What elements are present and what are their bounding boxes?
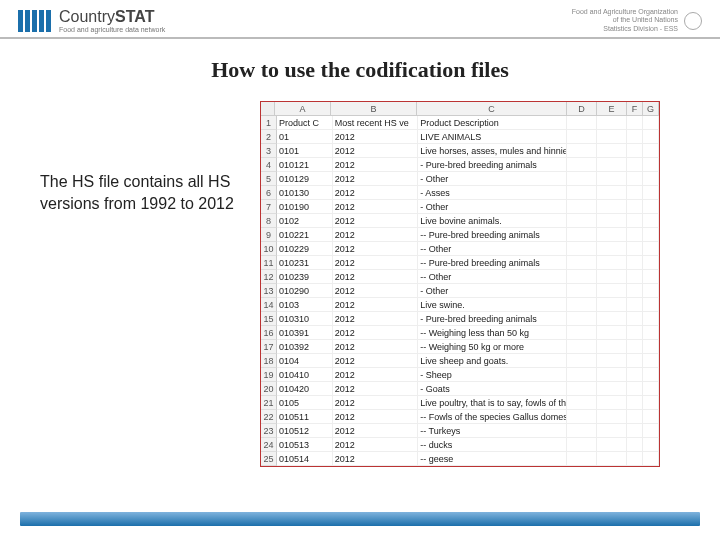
row-number: 16 <box>261 326 277 340</box>
cell <box>627 298 643 312</box>
cell: Live sheep and goats. <box>418 354 567 368</box>
cell <box>597 130 627 144</box>
cell: 0105 <box>277 396 333 410</box>
cell <box>567 158 597 172</box>
row-number: 21 <box>261 396 277 410</box>
cell <box>597 326 627 340</box>
cell: 2012 <box>333 130 419 144</box>
cell <box>567 186 597 200</box>
cell <box>597 144 627 158</box>
cell: -- geese <box>418 452 567 466</box>
cell: 2012 <box>333 368 419 382</box>
cell: Product Description <box>418 116 567 130</box>
col-header: F <box>627 102 643 116</box>
brand: CountrySTAT Food and agriculture data ne… <box>18 8 165 33</box>
cell <box>643 452 659 466</box>
cell: 010391 <box>277 326 333 340</box>
cell: 010410 <box>277 368 333 382</box>
row-number: 22 <box>261 410 277 424</box>
cell <box>627 452 643 466</box>
table-row: 130102902012- Other <box>261 284 659 298</box>
table-row: 2012012LIVE ANIMALS <box>261 130 659 144</box>
cell <box>627 172 643 186</box>
cell: 2012 <box>333 228 419 242</box>
cell: 010420 <box>277 382 333 396</box>
cell: 010121 <box>277 158 333 172</box>
cell <box>597 382 627 396</box>
cell <box>597 270 627 284</box>
brand-text: CountrySTAT Food and agriculture data ne… <box>59 8 165 33</box>
cell <box>627 228 643 242</box>
cell <box>627 410 643 424</box>
cell: 2012 <box>333 382 419 396</box>
cell <box>643 298 659 312</box>
cell <box>567 340 597 354</box>
cell <box>643 424 659 438</box>
cell: 010130 <box>277 186 333 200</box>
cell <box>643 130 659 144</box>
cell: 2012 <box>333 256 419 270</box>
cell: - Other <box>418 200 567 214</box>
row-number: 15 <box>261 312 277 326</box>
col-header: G <box>643 102 659 116</box>
cell <box>567 256 597 270</box>
cell: 0101 <box>277 144 333 158</box>
cell: 2012 <box>333 410 419 424</box>
col-header: C <box>417 102 567 116</box>
cell <box>627 242 643 256</box>
cell <box>597 354 627 368</box>
cell: -- Pure-bred breeding animals <box>418 256 567 270</box>
cell: 2012 <box>333 284 419 298</box>
cell <box>643 256 659 270</box>
cell: - Sheep <box>418 368 567 382</box>
row-number: 10 <box>261 242 277 256</box>
row-number: 1 <box>261 116 277 130</box>
cell: 01 <box>277 130 333 144</box>
cell <box>643 200 659 214</box>
cell <box>627 256 643 270</box>
table-row: 40101212012- Pure-bred breeding animals <box>261 158 659 172</box>
cell: 010392 <box>277 340 333 354</box>
cell: 2012 <box>333 326 419 340</box>
cell: 2012 <box>333 298 419 312</box>
row-number: 2 <box>261 130 277 144</box>
cell <box>567 200 597 214</box>
row-number: 19 <box>261 368 277 382</box>
cell <box>627 312 643 326</box>
cell: 2012 <box>333 172 419 186</box>
table-row: 50101292012- Other <box>261 172 659 186</box>
row-number: 24 <box>261 438 277 452</box>
footer-bar <box>20 512 700 526</box>
cell <box>643 284 659 298</box>
cell <box>567 410 597 424</box>
spreadsheet-screenshot: A B C D E F G 1Product CMost recent HS v… <box>260 101 660 467</box>
cell <box>627 158 643 172</box>
table-row: 240105132012-- ducks <box>261 438 659 452</box>
cell <box>597 172 627 186</box>
cell <box>643 382 659 396</box>
cell: 0102 <box>277 214 333 228</box>
cell <box>643 158 659 172</box>
brand-subtitle: Food and agriculture data network <box>59 26 165 33</box>
brand-country: Country <box>59 8 115 25</box>
cell <box>597 396 627 410</box>
description-text: The HS file contains all HS versions fro… <box>0 101 260 467</box>
fao-logo-icon <box>684 12 702 30</box>
cell <box>567 284 597 298</box>
cell: -- ducks <box>418 438 567 452</box>
cell: Live horses, asses, mules and hinnies. <box>418 144 567 158</box>
cell: Live swine. <box>418 298 567 312</box>
row-number: 13 <box>261 284 277 298</box>
cell: 010239 <box>277 270 333 284</box>
spreadsheet-column-header: A B C D E F G <box>261 102 659 116</box>
table-row: 250105142012-- geese <box>261 452 659 466</box>
org-line: Food and Agriculture Organization <box>572 8 678 16</box>
cell <box>643 354 659 368</box>
cell <box>597 410 627 424</box>
cell <box>597 158 627 172</box>
cell: 2012 <box>333 312 419 326</box>
cell <box>597 368 627 382</box>
cell <box>597 242 627 256</box>
cell <box>627 200 643 214</box>
table-row: 200104202012- Goats <box>261 382 659 396</box>
